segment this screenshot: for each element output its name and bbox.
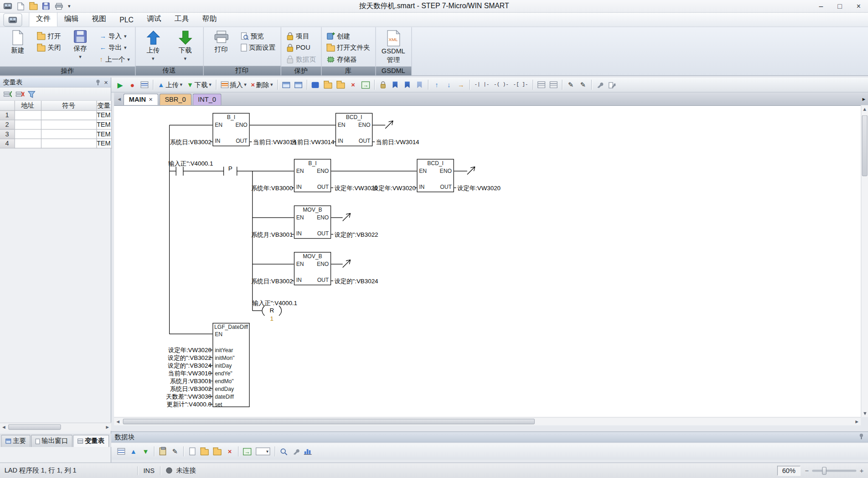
address-cell[interactable] [15, 139, 41, 148]
address-cell[interactable] [15, 130, 41, 139]
menu-tab-plc[interactable]: PLC [113, 13, 140, 26]
zoom-out-icon[interactable]: − [805, 467, 809, 474]
library-open-folder-button[interactable]: 打开文件夹 [324, 42, 372, 53]
ladder-block-mov-b-day[interactable]: MOV_B EN ENO IN OUT [294, 252, 331, 286]
operand-label[interactable]: 设定的":VB3022 [334, 230, 378, 239]
new-button[interactable]: 新建 [3, 29, 33, 65]
preview-button[interactable]: 预览 [238, 31, 278, 42]
tab-scroll-right-icon[interactable]: ► [860, 96, 868, 102]
editor-vscrollbar[interactable]: ▲ ▼ [861, 105, 868, 417]
db-find-button[interactable] [278, 446, 289, 457]
db-paste-button[interactable] [157, 446, 168, 457]
scrollbar-thumb[interactable] [8, 424, 61, 430]
tools-button[interactable] [607, 79, 618, 90]
zoom-slider[interactable] [812, 469, 856, 472]
operand-label[interactable]: 设定的":VB3022 [140, 354, 212, 362]
scroll-left-icon[interactable]: ◄ [114, 419, 122, 424]
operand-label[interactable]: 系统年:VB3000 [227, 184, 293, 192]
pin-icon[interactable] [95, 79, 101, 85]
type-cell[interactable]: TEM [96, 110, 111, 120]
goto-next-button[interactable]: → [455, 79, 466, 90]
ladder-editor-canvas[interactable]: B_I EN ENO IN OUT BCD_I EN ENO IN OUT B_… [114, 105, 861, 417]
db-download-button[interactable]: ▼ [140, 446, 151, 457]
table-row[interactable]: 3 TEM [0, 130, 111, 139]
table-row[interactable]: 2 TEM [0, 120, 111, 130]
open-folder-button[interactable] [322, 79, 334, 90]
operand-label[interactable]: 天数差":VW3030 [140, 393, 212, 401]
db-edit-button[interactable]: ✎ [170, 446, 181, 457]
operand-label[interactable]: 设定的":VB3024 [334, 277, 378, 285]
bookmark-clear-button[interactable] [414, 79, 425, 90]
db-chart-button[interactable] [302, 446, 313, 457]
scroll-right-icon[interactable]: ► [103, 424, 111, 430]
tab-main-tree[interactable]: 主要 [1, 435, 30, 447]
ladder-block-b-i-day[interactable]: B_I EN ENO IN OUT [212, 113, 249, 146]
coil-operand-label[interactable]: 输入正":V4000.1 [253, 299, 297, 307]
column-header-var[interactable]: 变量 [96, 101, 111, 110]
symbol-cell[interactable] [41, 120, 96, 130]
library-memory-button[interactable]: 存储器 [324, 54, 372, 65]
open-button[interactable]: 打开 [35, 31, 63, 42]
new-file-icon[interactable] [16, 1, 26, 11]
datablock-panel-header[interactable]: 数据块 [111, 431, 868, 442]
db-save-folder-button[interactable] [212, 446, 223, 457]
goto-down-button[interactable]: ↓ [444, 79, 455, 90]
print-icon[interactable] [54, 1, 64, 11]
operand-label[interactable]: 设定的":VB3024 [140, 362, 212, 370]
db-upload-button[interactable]: ▲ [128, 446, 139, 457]
db-new-page-button[interactable] [186, 446, 197, 457]
operand-label[interactable]: 系统月:VB3001 [227, 230, 293, 239]
import-button[interactable]: →导入▾ [98, 31, 132, 42]
save-as-button[interactable] [335, 79, 347, 90]
tab-scroll-left-icon[interactable]: ◄ [115, 96, 124, 102]
edge-contact-letter[interactable]: P [224, 165, 237, 172]
zoom-value[interactable]: 60% [777, 466, 801, 476]
sort-icon[interactable] [28, 90, 36, 98]
upload-button[interactable]: 上传 ▾ [138, 29, 168, 64]
compile-button[interactable] [139, 79, 150, 90]
close-button[interactable]: × [849, 0, 868, 12]
editor-hscrollbar[interactable]: ◄ ► [114, 417, 861, 425]
type-cell[interactable]: TEM [96, 139, 111, 148]
scrollbar-thumb[interactable] [123, 419, 535, 424]
compare-project-button[interactable] [281, 79, 292, 90]
view-addressing-button[interactable] [536, 79, 547, 90]
tab-output-window[interactable]: 输出窗口 [31, 435, 72, 447]
bookmark-next-button[interactable] [402, 79, 413, 90]
db-delete-button[interactable]: × [224, 446, 235, 457]
export-button[interactable]: ←导出▾ [98, 42, 132, 53]
operand-label[interactable]: 设定年:VW3020 [457, 184, 501, 192]
tab-main-pou[interactable]: MAIN× [124, 94, 158, 105]
scroll-up-icon[interactable]: ▲ [861, 105, 868, 113]
protect-project-button[interactable]: 项目 [284, 31, 318, 42]
tab-sbr0-pou[interactable]: SBR_0 [159, 94, 191, 105]
tab-close-icon[interactable]: × [149, 96, 153, 104]
pin-icon[interactable] [858, 433, 864, 439]
db-goto-button[interactable]: → [241, 446, 253, 457]
delete-row-icon[interactable] [16, 90, 24, 98]
upload-toolbar-button[interactable]: ▲上传▾ [156, 79, 184, 90]
scroll-down-icon[interactable]: ▼ [861, 409, 868, 417]
view-symbol-info-button[interactable] [548, 79, 559, 90]
clear-button[interactable]: × [347, 79, 358, 90]
previous-button[interactable]: ↑上一个▾ [98, 54, 132, 65]
download-toolbar-button[interactable]: ▼下载▾ [185, 79, 213, 90]
scroll-left-icon[interactable]: ◄ [0, 424, 8, 430]
type-cell[interactable]: TEM [96, 130, 111, 139]
insert-button[interactable]: 插入▾ [219, 79, 248, 90]
column-header-address[interactable]: 地址 [15, 101, 41, 110]
reset-coil-letter[interactable]: R [267, 307, 277, 314]
coil-tool-button[interactable]: -( )- [492, 79, 510, 90]
zoom-in-icon[interactable]: + [860, 467, 864, 474]
table-row[interactable]: 4 TEM [0, 139, 111, 148]
operand-label[interactable]: 系统日:VB3002 [140, 385, 212, 393]
db-address-combo[interactable]: ▾ [254, 446, 272, 457]
operand-label[interactable]: 更新计":V4000.0 [140, 400, 212, 409]
maximize-button[interactable]: □ [830, 0, 849, 12]
symbol-cell[interactable] [41, 110, 96, 120]
menu-tab-debug[interactable]: 调试 [140, 12, 168, 27]
operand-label[interactable]: 当前日:VW3014 [376, 138, 419, 146]
app-menu-button[interactable] [3, 13, 22, 26]
operand-label[interactable]: 设定年:VW3020 [349, 184, 416, 192]
lock-button[interactable] [377, 79, 388, 90]
